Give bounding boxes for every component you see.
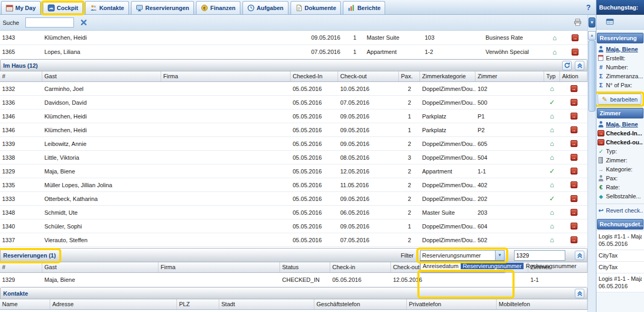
guest-row[interactable]: 1333 Otterbeck, Katharina 05.05.2016 09.… — [0, 192, 587, 206]
filter-type-dropdown[interactable]: Reservierungsnummer ▼ AnreisedatumReserv… — [420, 250, 505, 261]
invoice-line[interactable]: Logis #1-1 - Maja 05.05.2016 — [596, 231, 644, 250]
column-header[interactable]: Zimmerkategorie — [420, 71, 475, 81]
column-header[interactable]: Typ — [544, 71, 560, 81]
column-header[interactable]: Checked-In — [291, 71, 338, 81]
sidebar-field[interactable]: N° of Pax: — [596, 80, 644, 89]
refresh-icon[interactable] — [562, 61, 572, 70]
tab-berichte[interactable]: Berichte — [343, 1, 385, 14]
clear-search-icon[interactable] — [79, 18, 88, 27]
collapse-icon[interactable] — [575, 251, 584, 260]
tab-reservierungen[interactable]: Reservierungen — [131, 1, 194, 14]
sidebar-field[interactable]: Maja, Biene — [596, 44, 644, 53]
invoice-line[interactable]: CityTax — [596, 250, 644, 262]
sidebar-field[interactable]: Selbstzahle... — [596, 191, 644, 200]
checkout-action-icon[interactable] — [572, 49, 578, 56]
collapse-icon[interactable] — [575, 289, 584, 298]
typ-icon: ✓ — [549, 195, 555, 202]
guest-row[interactable]: 1336 Davidson, David 05.05.2016 07.05.20… — [0, 96, 587, 109]
sidebar-field[interactable]: Checked-In... — [596, 129, 644, 137]
vertical-scrollbar[interactable]: ▼ ▲ — [587, 15, 596, 312]
checkout-action-icon[interactable] — [571, 140, 577, 147]
tab-aufgaben[interactable]: Aufgaben — [242, 1, 288, 14]
sidebar-field[interactable]: Erstellt: — [596, 53, 644, 62]
column-header[interactable]: Gast — [42, 71, 161, 81]
guest-row[interactable]: 1337 Vierauto, Steffen 05.05.2016 07.05.… — [0, 233, 587, 247]
tab-finanzen[interactable]: € Finanzen — [196, 1, 240, 14]
column-header[interactable]: Geschäftstelefon — [314, 299, 407, 309]
column-header[interactable]: Firma — [161, 71, 291, 81]
column-header[interactable]: Check-out — [338, 71, 399, 81]
tab-cockpit[interactable]: Cockpit — [43, 1, 83, 14]
panel-icon[interactable] — [606, 18, 614, 26]
guest-row[interactable]: 1339 Leibowitz, Annie 05.05.2016 09.05.2… — [0, 137, 587, 151]
guest-row[interactable]: 1335 Müller Lopes, Jillian Jolina 05.05.… — [0, 178, 587, 192]
column-header[interactable]: # — [0, 262, 42, 272]
scroll-up-arrow[interactable]: ▲ — [588, 31, 596, 40]
guest-row[interactable]: 1340 Schüler, Sophi 05.05.2016 09.05.201… — [0, 219, 587, 233]
collapse-icon[interactable] — [575, 61, 584, 70]
column-header[interactable]: Privattelefon — [407, 299, 497, 309]
revert-checkin-link[interactable]: Revert check... — [596, 204, 644, 216]
column-header[interactable]: Check-in — [330, 262, 391, 272]
guest-row[interactable]: 1346 Klümchen, Heidi 05.05.2016 09.05.20… — [0, 123, 587, 137]
checkout-action-icon[interactable] — [571, 154, 577, 161]
checkout-action-icon[interactable] — [571, 126, 577, 133]
sidebar-field[interactable]: Number: — [596, 62, 644, 71]
checkout-action-icon[interactable] — [571, 236, 577, 243]
guest-row[interactable]: 1332 Carminho, Joel 05.05.2016 10.05.201… — [0, 82, 587, 96]
invoice-line[interactable]: Logis #1-1 - Maja 06.05.2016 — [596, 273, 644, 292]
cell-id: 1332 — [0, 86, 42, 92]
checkout-action-icon[interactable] — [571, 113, 577, 120]
column-header[interactable]: PLZ — [177, 299, 219, 309]
reservation-row[interactable]: 1329 Maja, Biene CHECKED_IN 05.05.2016 1… — [0, 273, 587, 287]
dropdown-option[interactable]: Rechnungsnummer — [524, 263, 578, 269]
guest-row[interactable]: 1329 Maja, Biene 05.05.2016 12.05.2016 2… — [0, 164, 587, 178]
sidebar-field[interactable]: Pax: — [596, 173, 644, 182]
column-header[interactable]: # — [0, 71, 42, 81]
guest-row[interactable]: 1338 Little, Viktoria 05.05.2016 08.05.2… — [0, 151, 587, 164]
checkout-action-icon[interactable] — [571, 195, 577, 202]
scroll-down-button[interactable]: ▼ — [589, 17, 595, 27]
chevron-down-icon[interactable]: ▼ — [495, 251, 504, 260]
filter-value-input[interactable] — [514, 250, 565, 261]
sidebar-field[interactable]: Zimmeranza... — [596, 71, 644, 80]
column-header[interactable]: Adresse — [50, 299, 177, 309]
print-icon[interactable] — [574, 19, 582, 27]
sidebar-field[interactable]: Maja, Biene — [596, 120, 644, 129]
tab-my-day[interactable]: My Day — [1, 1, 41, 14]
sidebar-field[interactable]: Rate: — [596, 182, 644, 191]
table-row[interactable]: 1343 Klümchen, Heidi 09.05.2016 1 Master… — [0, 31, 587, 45]
scrollbar-thumb[interactable] — [589, 40, 595, 112]
sidebar-field[interactable]: Zimmer: — [596, 155, 644, 164]
column-header[interactable]: Zimmer — [475, 71, 544, 81]
invoice-line[interactable]: CityTax — [596, 262, 644, 273]
column-header[interactable]: Mobiltelefon — [497, 299, 587, 309]
column-header[interactable]: Firma — [158, 262, 280, 272]
bearbeiten-button[interactable]: bearbeiten — [598, 94, 641, 105]
sidebar-field[interactable]: Typ: — [596, 146, 644, 155]
sidebar-field[interactable]: Kategorie: — [596, 164, 644, 173]
column-header[interactable]: Aktion — [560, 71, 587, 81]
column-header[interactable]: Gast — [42, 262, 158, 272]
help-button[interactable]: ? — [583, 3, 594, 12]
guest-row[interactable]: 1348 Schmidt, Ute 05.05.2016 06.05.2016 … — [0, 206, 587, 219]
search-input[interactable] — [25, 17, 74, 27]
checkout-action-icon[interactable] — [571, 209, 577, 216]
checkout-action-icon[interactable] — [571, 168, 577, 175]
checkout-action-icon[interactable] — [571, 85, 577, 92]
checkout-action-icon[interactable] — [571, 223, 577, 230]
table-row[interactable]: 1365 Lopes, Liliana 07.05.2016 1 Appartm… — [0, 45, 587, 59]
dropdown-option[interactable]: Reservierungsnummer — [461, 263, 524, 269]
checkout-action-icon[interactable] — [571, 181, 577, 188]
sidebar-field[interactable]: Checked-ou... — [596, 137, 644, 146]
checkout-action-icon[interactable] — [572, 34, 578, 41]
tab-dokumente[interactable]: Dokumente — [291, 1, 341, 14]
tab-kontakte[interactable]: Kontakte — [85, 1, 129, 14]
column-header[interactable]: Stadt — [219, 299, 314, 309]
guest-row[interactable]: 1346 Klümchen, Heidi 05.05.2016 09.05.20… — [0, 109, 587, 123]
dropdown-option[interactable]: Anreisedatum — [421, 263, 461, 269]
checkout-action-icon[interactable] — [571, 99, 577, 106]
column-header[interactable]: Pax. — [399, 71, 420, 81]
column-header[interactable]: Status — [280, 262, 330, 272]
column-header[interactable]: Name — [0, 299, 50, 309]
